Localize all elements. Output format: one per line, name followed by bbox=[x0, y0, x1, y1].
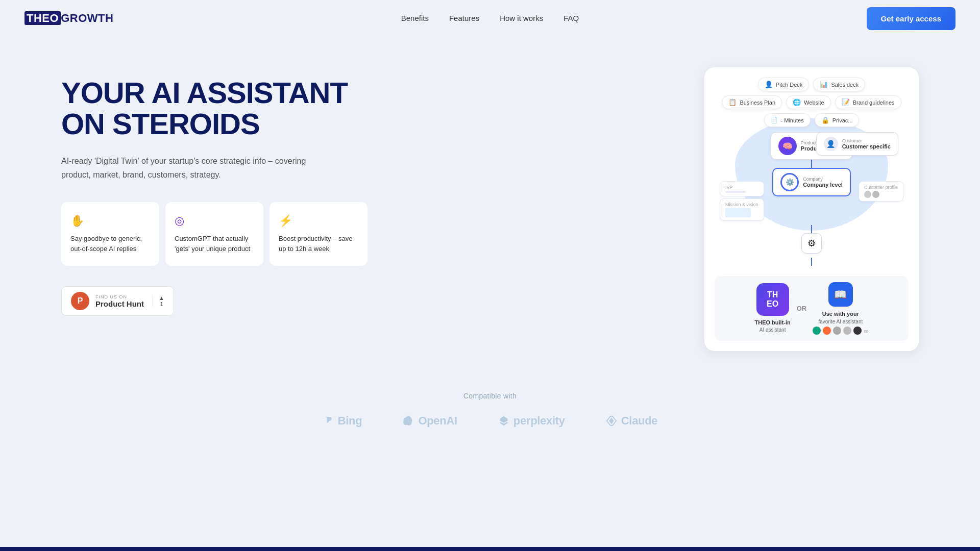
brand-perplexity: perplexity bbox=[498, 414, 565, 428]
logo: THEOGROWTH bbox=[24, 12, 113, 25]
mini-node-ivp-label: IVP bbox=[725, 185, 758, 190]
right-mini-nodes: Customer profile bbox=[859, 181, 903, 221]
product-hunt-badge[interactable]: P FIND US ON Product Hunt ▲ 1 bbox=[61, 286, 174, 316]
partner-dot-5 bbox=[853, 327, 862, 335]
doc-tag-sales-label: Sales deck bbox=[831, 82, 859, 88]
nav-benefits[interactable]: Benefits bbox=[401, 14, 429, 22]
customer-node-wrapper: 👤 Customer Customer specific bbox=[816, 132, 898, 156]
perplexity-icon bbox=[498, 415, 509, 427]
ph-text: FIND US ON Product Hunt bbox=[95, 294, 144, 308]
flow-node-company: ⚙️ Company Company level bbox=[772, 168, 851, 196]
partner-dot-3 bbox=[833, 327, 841, 335]
ph-count-number: 1 bbox=[160, 301, 163, 307]
doc-tag-business-label: Business Plan bbox=[740, 99, 775, 106]
bing-icon bbox=[323, 415, 334, 427]
mini-node-bar bbox=[725, 191, 746, 193]
doc-tag-brand-label: Brand guidelines bbox=[853, 99, 895, 106]
theo-label-sub: AI assistant bbox=[754, 327, 790, 334]
openai-icon bbox=[403, 415, 414, 427]
doc-tags-row2: 📋 Business Plan 🌐 Website 📝 Brand guidel… bbox=[715, 95, 909, 109]
mini-node-customer-profile: Customer profile bbox=[859, 181, 903, 202]
doc-tag-business: 📋 Business Plan bbox=[722, 95, 782, 109]
customer-node-title: Customer specific bbox=[842, 143, 891, 149]
left-mini-nodes: IVP Mission & vision bbox=[720, 181, 764, 221]
doc-tag-minutes-label: - Minutes bbox=[781, 117, 804, 123]
ph-up-arrow: ▲ bbox=[159, 295, 164, 301]
doc-tag-privacy: 🔒 Privac... bbox=[815, 113, 860, 127]
ai-sub-label: favorite AI assistant bbox=[819, 319, 863, 324]
feature-icon-1: ✋ bbox=[70, 214, 150, 228]
doc-tags-row3: 📄 - Minutes 🔒 Privac... bbox=[715, 113, 909, 127]
perplexity-label: perplexity bbox=[513, 414, 565, 428]
ph-find-label: FIND US ON bbox=[95, 294, 144, 299]
bottom-assistant-section: THEO THEO built-in AI assistant OR 📖 Use… bbox=[715, 276, 909, 341]
privacy-icon: 🔒 bbox=[821, 116, 829, 124]
brand-icon: 📝 bbox=[842, 98, 850, 106]
hero-subtitle: AI-ready 'Digital Twin' of your startup'… bbox=[61, 154, 316, 182]
ph-count: ▲ 1 bbox=[152, 295, 164, 307]
nav-features[interactable]: Features bbox=[449, 14, 479, 22]
feature-card-2: ◎ CustomGPT that actually 'gets' your un… bbox=[165, 202, 263, 266]
flow-diagram: 🧠 Product Product Specific 👤 Customer bbox=[715, 132, 909, 341]
doc-tag-minutes: 📄 - Minutes bbox=[764, 113, 811, 127]
brand-bing: Bing bbox=[323, 414, 362, 428]
navbar: THEOGROWTH Benefits Features How it work… bbox=[0, 0, 980, 37]
claude-label: Claude bbox=[621, 414, 658, 428]
mini-node-mission: Mission & vision bbox=[720, 198, 764, 221]
doc-tags-row1: 👤 Pitch Deck 📊 Sales deck bbox=[715, 78, 909, 91]
hero-title-line2: ON STEROIDS bbox=[61, 107, 260, 140]
ph-name: Product Hunt bbox=[95, 299, 144, 308]
product-node-icon: 🧠 bbox=[778, 137, 797, 155]
company-node-text: Company Company level bbox=[803, 177, 843, 188]
ph-logo-icon: P bbox=[71, 292, 89, 310]
cta-button[interactable]: Get early access bbox=[867, 7, 955, 30]
ai-label: Use with your bbox=[822, 311, 859, 317]
theo-built-in: THEO THEO built-in AI assistant bbox=[754, 283, 790, 334]
customer-node-icon: 👤 bbox=[824, 137, 838, 151]
openai-dot bbox=[813, 327, 821, 335]
profile-icon-1 bbox=[864, 191, 871, 198]
nav-faq[interactable]: FAQ bbox=[564, 14, 579, 22]
hero-left: YOUR AI ASSISTANT ON STEROIDS AI-ready '… bbox=[61, 67, 368, 316]
company-node-icon: ⚙️ bbox=[780, 173, 799, 191]
customer-node-sublabel: Customer bbox=[842, 138, 891, 143]
feature-text-3: Boost productivity – save up to 12h a we… bbox=[279, 234, 358, 254]
business-icon: 📋 bbox=[728, 98, 737, 106]
flow-connector-3 bbox=[811, 258, 812, 266]
feature-icon-3: ⚡ bbox=[279, 214, 358, 228]
claude-icon bbox=[606, 415, 617, 427]
openai-label: OpenAI bbox=[418, 414, 457, 428]
hero-title: YOUR AI ASSISTANT ON STEROIDS bbox=[61, 78, 368, 140]
ai-partner-icons: ∞ bbox=[813, 327, 868, 335]
feature-text-2: CustomGPT that actually 'gets' your uniq… bbox=[175, 234, 254, 254]
nav-how-it-works[interactable]: How it works bbox=[500, 14, 543, 22]
diagram-card: 👤 Pitch Deck 📊 Sales deck 📋 Business Pla… bbox=[704, 67, 919, 351]
theo-label-main: THEO built-in bbox=[754, 319, 790, 327]
nav-links: Benefits Features How it works FAQ bbox=[401, 14, 579, 23]
brand-claude: Claude bbox=[606, 414, 658, 428]
brand-logos: Bing OpenAI perplexity Claude bbox=[61, 414, 919, 428]
flow-node-customer: 👤 Customer Customer specific bbox=[816, 132, 898, 156]
ai-icon: 📖 bbox=[828, 282, 853, 307]
feature-card-1: ✋ Say goodbye to generic, out-of-scope A… bbox=[61, 202, 159, 266]
flow-settings-icon: ⚙ bbox=[801, 233, 822, 254]
doc-tag-pitch-label: Pitch Deck bbox=[776, 82, 803, 88]
or-separator: OR bbox=[797, 305, 807, 312]
mini-node-ivp: IVP bbox=[720, 181, 764, 196]
footer-bar bbox=[0, 547, 980, 551]
flow-product-row: 🧠 Product Product Specific 👤 Customer bbox=[715, 132, 909, 160]
compatible-label: Compatible with bbox=[61, 392, 919, 400]
company-node-sublabel: Company bbox=[803, 177, 843, 182]
ai-assistant-block: 📖 Use with your favorite AI assistant ∞ bbox=[813, 282, 868, 335]
sales-icon: 📊 bbox=[820, 81, 828, 88]
logo-theo-box: THEO bbox=[24, 11, 61, 25]
doc-tag-website-label: Website bbox=[804, 99, 824, 106]
company-node-title: Company level bbox=[803, 182, 843, 188]
partner-dot-4 bbox=[843, 327, 851, 335]
mini-node-profile-icons bbox=[864, 191, 898, 198]
theo-built-in-label: THEO built-in AI assistant bbox=[754, 319, 790, 334]
partner-dot-2 bbox=[823, 327, 831, 335]
doc-tag-pitch: 👤 Pitch Deck bbox=[758, 78, 810, 91]
hero-title-line1: YOUR AI ASSISTANT bbox=[61, 76, 348, 109]
doc-tag-website: 🌐 Website bbox=[786, 95, 831, 109]
